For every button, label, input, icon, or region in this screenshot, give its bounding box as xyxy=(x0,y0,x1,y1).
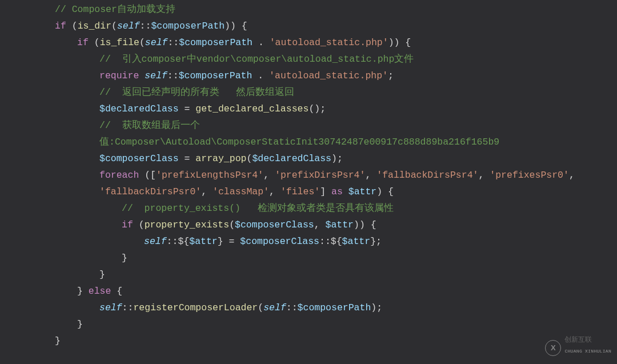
watermark: X 创新互联 CHUANG XINHULIAN xyxy=(545,336,611,359)
code-line: require self::$composerPath . 'autoload_… xyxy=(0,67,617,84)
code-line: if (is_dir(self::$composerPath)) { xyxy=(0,18,617,34)
code-line: $composerClass = array_pop($declaredClas… xyxy=(0,150,617,167)
watermark-logo-icon: X xyxy=(545,340,561,356)
code-line: // 引入composer中vendor\composer\autoload_s… xyxy=(0,51,617,67)
code-line: 'fallbackDirsPsr0', 'classMap', 'files']… xyxy=(0,183,617,200)
code-line: // 获取数组最后一个 xyxy=(0,117,617,134)
code-line: foreach (['prefixLengthsPsr4', 'prefixDi… xyxy=(0,167,617,183)
code-line: if (property_exists($composerClass, $att… xyxy=(0,217,617,233)
watermark-text: 创新互联 CHUANG XINHULIAN xyxy=(564,336,611,359)
code-line: } xyxy=(0,250,617,266)
code-line: } xyxy=(0,316,617,333)
code-line: } xyxy=(0,333,617,349)
code-line: // 返回已经声明的所有类 然后数组返回 xyxy=(0,84,617,101)
code-line: if (is_file(self::$composerPath . 'autol… xyxy=(0,34,617,51)
code-line: // property_exists() 检测对象或者类是否具有该属性 xyxy=(0,200,617,217)
code-line: } else { xyxy=(0,283,617,299)
code-editor[interactable]: // Composer自动加载支持 if (is_dir(self::$comp… xyxy=(0,0,617,349)
code-line: $declaredClass = get_declared_classes(); xyxy=(0,101,617,117)
code-line: self::registerComposerLoader(self::$comp… xyxy=(0,299,617,316)
code-line: 值:Composer\Autoload\ComposerStaticInit30… xyxy=(0,134,617,150)
code-line: // Composer自动加载支持 xyxy=(0,1,617,18)
code-line: } xyxy=(0,266,617,283)
code-line: self::${$attr} = $composerClass::${$attr… xyxy=(0,233,617,250)
